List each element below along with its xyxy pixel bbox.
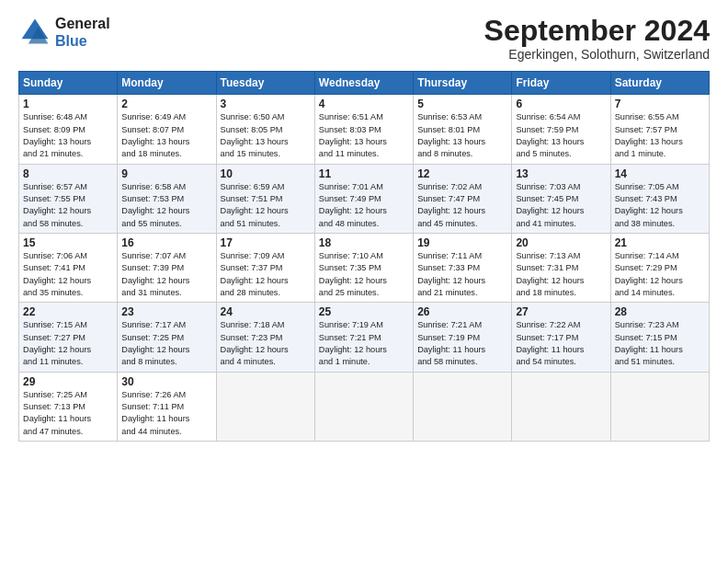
- table-row: 6Sunrise: 6:54 AM Sunset: 7:59 PM Daylig…: [512, 95, 610, 164]
- day-number: 11: [319, 167, 409, 180]
- day-info: Sunrise: 6:51 AM Sunset: 8:03 PM Dayligh…: [319, 111, 409, 160]
- day-number: 7: [615, 98, 705, 110]
- table-row: 8Sunrise: 6:57 AM Sunset: 7:55 PM Daylig…: [19, 164, 118, 233]
- day-number: 2: [121, 98, 211, 110]
- day-info: Sunrise: 7:25 AM Sunset: 7:13 PM Dayligh…: [23, 389, 113, 438]
- table-row: [512, 372, 610, 441]
- table-row: 3Sunrise: 6:50 AM Sunset: 8:05 PM Daylig…: [216, 95, 314, 164]
- day-number: 27: [516, 305, 606, 318]
- table-row: 11Sunrise: 7:01 AM Sunset: 7:49 PM Dayli…: [314, 164, 413, 233]
- table-row: [414, 372, 512, 441]
- day-number: 10: [221, 167, 311, 180]
- table-row: 23Sunrise: 7:17 AM Sunset: 7:25 PM Dayli…: [118, 303, 216, 372]
- day-info: Sunrise: 7:22 AM Sunset: 7:17 PM Dayligh…: [516, 319, 606, 368]
- table-row: [610, 372, 709, 441]
- table-row: 19Sunrise: 7:11 AM Sunset: 7:33 PM Dayli…: [414, 233, 512, 302]
- table-row: 20Sunrise: 7:13 AM Sunset: 7:31 PM Dayli…: [512, 233, 610, 302]
- day-number: 19: [417, 236, 507, 249]
- table-row: 17Sunrise: 7:09 AM Sunset: 7:37 PM Dayli…: [216, 233, 314, 302]
- table-row: 12Sunrise: 7:02 AM Sunset: 7:47 PM Dayli…: [414, 164, 512, 233]
- day-number: 5: [417, 98, 507, 110]
- day-number: 12: [417, 167, 507, 180]
- day-info: Sunrise: 7:05 AM Sunset: 7:43 PM Dayligh…: [615, 181, 705, 230]
- day-number: 20: [516, 236, 606, 249]
- calendar-row: 1Sunrise: 6:48 AM Sunset: 8:09 PM Daylig…: [19, 95, 710, 164]
- table-row: 1Sunrise: 6:48 AM Sunset: 8:09 PM Daylig…: [19, 95, 118, 164]
- day-number: 8: [23, 167, 113, 180]
- day-info: Sunrise: 6:58 AM Sunset: 7:53 PM Dayligh…: [121, 181, 211, 230]
- day-number: 13: [516, 167, 606, 180]
- table-row: 14Sunrise: 7:05 AM Sunset: 7:43 PM Dayli…: [610, 164, 709, 233]
- day-info: Sunrise: 7:01 AM Sunset: 7:49 PM Dayligh…: [319, 181, 409, 230]
- header-tuesday: Tuesday: [216, 72, 314, 95]
- table-row: 9Sunrise: 6:58 AM Sunset: 7:53 PM Daylig…: [118, 164, 216, 233]
- day-info: Sunrise: 6:53 AM Sunset: 8:01 PM Dayligh…: [417, 111, 507, 160]
- day-number: 4: [319, 98, 409, 110]
- header: General Blue September 2024 Egerkingen, …: [18, 15, 710, 62]
- day-number: 3: [221, 98, 311, 110]
- day-number: 30: [121, 375, 211, 388]
- table-row: 29Sunrise: 7:25 AM Sunset: 7:13 PM Dayli…: [19, 372, 118, 441]
- table-row: 28Sunrise: 7:23 AM Sunset: 7:15 PM Dayli…: [610, 303, 709, 372]
- day-number: 26: [417, 305, 507, 318]
- table-row: [216, 372, 314, 441]
- day-info: Sunrise: 6:50 AM Sunset: 8:05 PM Dayligh…: [221, 111, 311, 160]
- table-row: 2Sunrise: 6:49 AM Sunset: 8:07 PM Daylig…: [118, 95, 216, 164]
- day-info: Sunrise: 7:18 AM Sunset: 7:23 PM Dayligh…: [221, 319, 311, 368]
- day-number: 15: [23, 236, 113, 249]
- day-info: Sunrise: 7:11 AM Sunset: 7:33 PM Dayligh…: [417, 250, 507, 299]
- day-info: Sunrise: 7:03 AM Sunset: 7:45 PM Dayligh…: [516, 181, 606, 230]
- table-row: 5Sunrise: 6:53 AM Sunset: 8:01 PM Daylig…: [414, 95, 512, 164]
- header-wednesday: Wednesday: [314, 72, 413, 95]
- calendar-row: 22Sunrise: 7:15 AM Sunset: 7:27 PM Dayli…: [19, 303, 710, 372]
- logo: General Blue: [18, 15, 110, 50]
- logo-icon: [18, 16, 51, 49]
- day-info: Sunrise: 6:55 AM Sunset: 7:57 PM Dayligh…: [615, 111, 705, 160]
- day-number: 6: [516, 98, 606, 110]
- day-number: 25: [319, 305, 409, 318]
- calendar-row: 8Sunrise: 6:57 AM Sunset: 7:55 PM Daylig…: [19, 164, 710, 233]
- day-info: Sunrise: 7:21 AM Sunset: 7:19 PM Dayligh…: [417, 319, 507, 368]
- table-row: 26Sunrise: 7:21 AM Sunset: 7:19 PM Dayli…: [414, 303, 512, 372]
- day-number: 28: [615, 305, 705, 318]
- header-monday: Monday: [118, 72, 216, 95]
- day-info: Sunrise: 7:07 AM Sunset: 7:39 PM Dayligh…: [121, 250, 211, 299]
- header-sunday: Sunday: [19, 72, 118, 95]
- day-number: 18: [319, 236, 409, 249]
- day-number: 21: [615, 236, 705, 249]
- weekday-header-row: Sunday Monday Tuesday Wednesday Thursday…: [19, 72, 710, 95]
- title-block: September 2024 Egerkingen, Solothurn, Sw…: [484, 15, 710, 62]
- table-row: 27Sunrise: 7:22 AM Sunset: 7:17 PM Dayli…: [512, 303, 610, 372]
- day-number: 22: [23, 305, 113, 318]
- table-row: 13Sunrise: 7:03 AM Sunset: 7:45 PM Dayli…: [512, 164, 610, 233]
- table-row: 4Sunrise: 6:51 AM Sunset: 8:03 PM Daylig…: [314, 95, 413, 164]
- day-info: Sunrise: 6:48 AM Sunset: 8:09 PM Dayligh…: [23, 111, 113, 160]
- table-row: 16Sunrise: 7:07 AM Sunset: 7:39 PM Dayli…: [118, 233, 216, 302]
- day-info: Sunrise: 7:19 AM Sunset: 7:21 PM Dayligh…: [319, 319, 409, 368]
- table-row: 7Sunrise: 6:55 AM Sunset: 7:57 PM Daylig…: [610, 95, 709, 164]
- table-row: 22Sunrise: 7:15 AM Sunset: 7:27 PM Dayli…: [19, 303, 118, 372]
- table-row: 21Sunrise: 7:14 AM Sunset: 7:29 PM Dayli…: [610, 233, 709, 302]
- day-info: Sunrise: 7:10 AM Sunset: 7:35 PM Dayligh…: [319, 250, 409, 299]
- table-row: [314, 372, 413, 441]
- day-number: 29: [23, 375, 113, 388]
- table-row: 15Sunrise: 7:06 AM Sunset: 7:41 PM Dayli…: [19, 233, 118, 302]
- day-info: Sunrise: 7:13 AM Sunset: 7:31 PM Dayligh…: [516, 250, 606, 299]
- day-info: Sunrise: 7:26 AM Sunset: 7:11 PM Dayligh…: [121, 389, 211, 438]
- day-info: Sunrise: 7:06 AM Sunset: 7:41 PM Dayligh…: [23, 250, 113, 299]
- day-info: Sunrise: 7:14 AM Sunset: 7:29 PM Dayligh…: [615, 250, 705, 299]
- table-row: 18Sunrise: 7:10 AM Sunset: 7:35 PM Dayli…: [314, 233, 413, 302]
- day-info: Sunrise: 6:54 AM Sunset: 7:59 PM Dayligh…: [516, 111, 606, 160]
- calendar-row: 15Sunrise: 7:06 AM Sunset: 7:41 PM Dayli…: [19, 233, 710, 302]
- table-row: 25Sunrise: 7:19 AM Sunset: 7:21 PM Dayli…: [314, 303, 413, 372]
- day-info: Sunrise: 7:02 AM Sunset: 7:47 PM Dayligh…: [417, 181, 507, 230]
- header-friday: Friday: [512, 72, 610, 95]
- day-info: Sunrise: 7:23 AM Sunset: 7:15 PM Dayligh…: [615, 319, 705, 368]
- calendar-table: Sunday Monday Tuesday Wednesday Thursday…: [18, 71, 710, 442]
- logo-text: General Blue: [55, 15, 110, 50]
- day-number: 14: [615, 167, 705, 180]
- day-info: Sunrise: 7:15 AM Sunset: 7:27 PM Dayligh…: [23, 319, 113, 368]
- location-subtitle: Egerkingen, Solothurn, Switzerland: [484, 47, 710, 62]
- day-number: 16: [121, 236, 211, 249]
- month-title: September 2024: [484, 15, 710, 47]
